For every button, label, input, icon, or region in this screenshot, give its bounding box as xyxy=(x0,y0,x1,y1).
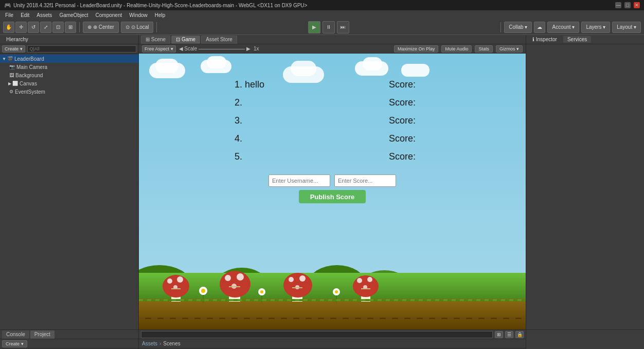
lb-score-4: Score: xyxy=(389,133,430,144)
step-button[interactable]: ⏭ xyxy=(337,21,349,33)
hierarchy-item-main-camera[interactable]: 📷 Main Camera xyxy=(0,63,138,71)
project-tab-label: Project xyxy=(34,331,50,337)
lb-rank-5: 5. xyxy=(235,151,327,162)
svg-rect-11 xyxy=(229,286,240,287)
leaderboard-content: 1. hello Score: 2. Score: 3. Score: 4. S… xyxy=(235,79,430,169)
publish-score-button[interactable]: Publish Score xyxy=(299,190,366,203)
menu-component[interactable]: Component xyxy=(93,12,126,19)
hierarchy-item-canvas[interactable]: ▶ ⬜ Canvas xyxy=(0,79,138,88)
project-create-button[interactable]: Create ▾ xyxy=(2,340,27,347)
lb-row-3: 3. Score: xyxy=(235,115,430,126)
svg-point-21 xyxy=(367,277,372,282)
scene-tab[interactable]: ⊞ Scene xyxy=(141,36,170,44)
asset-store-tab[interactable]: Asset Store xyxy=(201,36,237,44)
path-scenes[interactable]: Scenes xyxy=(163,341,180,346)
path-assets[interactable]: Assets xyxy=(142,341,157,346)
expand-arrow: ▼ xyxy=(2,57,6,61)
rotate-tool-button[interactable]: ↺ xyxy=(28,22,39,33)
console-tab[interactable]: Console xyxy=(2,330,29,339)
cloud-5 xyxy=(401,64,430,77)
game-tab-label: ⊡ Game xyxy=(176,37,195,42)
separator-3 xyxy=(500,22,501,32)
hierarchy-item-leaderboard[interactable]: ▼ 🎬 LeaderBoard xyxy=(0,55,138,63)
aspect-select[interactable]: Free Aspect ▾ xyxy=(142,45,176,53)
canvas-icon: ⬜ xyxy=(12,81,18,86)
play-button[interactable]: ▶ xyxy=(308,21,320,33)
lb-row-5: 5. Score: xyxy=(235,151,430,162)
close-button[interactable]: ✕ xyxy=(634,2,640,8)
svg-point-9 xyxy=(237,273,244,281)
separator-2 xyxy=(156,22,157,32)
hierarchy-tab[interactable]: Hierarchy xyxy=(2,36,32,43)
inspector-header: ℹ Inspector Services xyxy=(526,35,644,44)
gizmos-button[interactable]: Gizmos ▾ xyxy=(496,45,523,53)
lb-row-1: 1. hello Score: xyxy=(235,79,430,90)
local-icon: ⊙ xyxy=(126,24,130,30)
maximize-button[interactable]: □ xyxy=(624,2,631,8)
title-bar-controls: — □ ✕ xyxy=(615,2,640,8)
path-separator: › xyxy=(159,341,161,346)
menu-gameobject[interactable]: GameObject xyxy=(56,12,91,19)
proj-filter-button[interactable]: ☰ xyxy=(505,331,513,338)
mushroom-1 xyxy=(162,267,190,303)
hierarchy-item-eventsystem[interactable]: ⚙ EventSystem xyxy=(0,88,138,96)
game-tab[interactable]: ⊡ Game xyxy=(171,36,200,44)
maximize-on-play-button[interactable]: Maximize On Play xyxy=(394,45,439,53)
hierarchy-create-button[interactable]: Create ▾ xyxy=(2,45,25,53)
window-title: Unity 2018.4.32f1 Personal - LeaderBoard… xyxy=(13,3,307,8)
hierarchy-search-input[interactable] xyxy=(27,45,136,53)
inspector-content xyxy=(526,44,644,329)
pivot-button[interactable]: ⊕ ⊕ Center xyxy=(83,22,119,33)
game-viewport: 1. hello Score: 2. Score: 3. Score: 4. S… xyxy=(139,54,526,329)
account-button[interactable]: Account ▾ xyxy=(547,22,579,33)
lb-rank-4: 4. xyxy=(235,133,327,144)
proj-lock-button[interactable]: 🔒 xyxy=(515,331,524,338)
menu-file[interactable]: File xyxy=(2,12,16,19)
center-area: ⊞ Scene ⊡ Game Asset Store Free Aspect ▾… xyxy=(139,35,526,329)
services-tab-label: Services xyxy=(567,37,587,42)
lb-score-3: Score: xyxy=(389,115,430,126)
inspector-tab-label: Inspector xyxy=(536,37,557,42)
asset-store-tab-label: Asset Store xyxy=(206,37,232,42)
scale-tool-button[interactable]: ⤢ xyxy=(40,22,51,33)
inspector-tab[interactable]: ℹ Inspector xyxy=(528,36,561,43)
lb-inputs xyxy=(269,174,396,187)
minimize-button[interactable]: — xyxy=(615,2,621,8)
local-button[interactable]: ⊙ ⊙ Local xyxy=(121,22,154,33)
toolbar: ✋ ✛ ↺ ⤢ ⊡ ⊞ ⊕ ⊕ Center ⊙ ⊙ Local ▶ ⏸ ⏭ C… xyxy=(0,20,644,35)
transform-tool-button[interactable]: ⊞ xyxy=(65,22,76,33)
move-tool-button[interactable]: ✛ xyxy=(15,22,27,33)
collab-button[interactable]: Collab ▾ xyxy=(504,22,532,33)
publish-score-label: Publish Score xyxy=(310,193,355,201)
score-input[interactable] xyxy=(334,174,396,187)
transform-tools: ✋ ✛ ↺ ⤢ ⊡ ⊞ xyxy=(3,22,76,33)
hierarchy-panel: Hierarchy Create ▾ ▼ 🎬 LeaderBoard 📷 Mai… xyxy=(0,35,139,329)
rect-tool-button[interactable]: ⊡ xyxy=(52,22,64,33)
hierarchy-item-background[interactable]: 🖼 Background xyxy=(0,71,138,79)
services-tab[interactable]: Services xyxy=(563,36,591,43)
hand-tool-button[interactable]: ✋ xyxy=(3,22,14,33)
stats-button[interactable]: Stats xyxy=(475,45,493,53)
console-tab-label: Console xyxy=(6,331,25,337)
mute-audio-button[interactable]: Mute Audio xyxy=(441,45,472,53)
ground-dirt xyxy=(139,299,526,329)
project-search-input[interactable] xyxy=(141,331,493,338)
menu-help[interactable]: Help xyxy=(152,12,169,19)
scene-icon: 🎬 xyxy=(7,56,13,61)
scale-value: 1x xyxy=(254,46,259,51)
proj-sort-button[interactable]: ⊞ xyxy=(495,331,503,338)
lb-score-1: Score: xyxy=(389,79,430,90)
layout-button[interactable]: Layout ▾ xyxy=(612,22,641,33)
object-icon: 🖼 xyxy=(9,73,14,78)
menu-window[interactable]: Window xyxy=(126,12,151,19)
layers-button[interactable]: Layers ▾ xyxy=(581,22,610,33)
username-input[interactable] xyxy=(269,174,330,187)
cloud-button[interactable]: ☁ xyxy=(534,22,545,33)
menu-edit[interactable]: Edit xyxy=(17,12,32,19)
hierarchy-tree: ▼ 🎬 LeaderBoard 📷 Main Camera 🖼 Backgrou… xyxy=(0,54,138,329)
menu-assets[interactable]: Assets xyxy=(33,12,55,19)
lb-score-5: Score: xyxy=(389,151,430,162)
svg-point-26 xyxy=(201,289,205,293)
project-tab[interactable]: Project xyxy=(30,330,55,339)
pause-button[interactable]: ⏸ xyxy=(323,21,335,33)
